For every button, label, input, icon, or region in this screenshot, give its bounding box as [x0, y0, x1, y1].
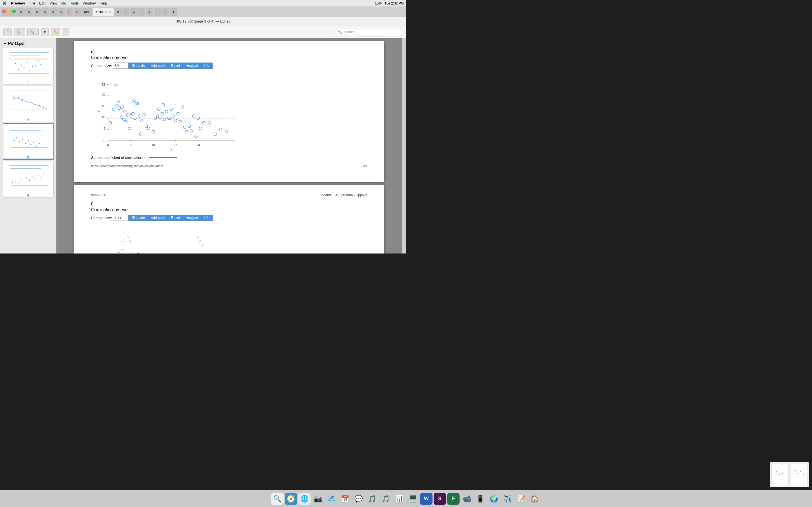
tab-t2[interactable]: T	[122, 8, 130, 16]
search-bar[interactable]: 🔍 Search	[335, 29, 403, 35]
tab-c7[interactable]: C	[130, 8, 138, 16]
tab-plus[interactable]: +	[170, 8, 177, 16]
scatter-plot-f: 0 5 10 15 20 y	[91, 225, 243, 253]
svg-point-8	[18, 69, 19, 70]
svg-point-105	[139, 133, 142, 135]
sidebar-page-1[interactable]: 1	[3, 48, 54, 84]
svg-point-85	[121, 106, 123, 108]
tab-c4[interactable]: C	[42, 8, 49, 16]
svg-point-190	[202, 245, 203, 246]
menu-go[interactable]: Go	[61, 1, 66, 5]
svg-text:0: 0	[107, 143, 109, 147]
svg-point-9	[23, 67, 24, 68]
svg-point-51	[40, 177, 41, 178]
window-controls	[2, 10, 16, 13]
simulate-btn-f[interactable]: Simulate	[129, 215, 148, 221]
tab-hw12[interactable]: ★ HW 12 ✕	[93, 8, 114, 16]
menubar-right: 15% Tue 2:32 PM	[375, 1, 404, 5]
add-point-btn-f[interactable]: Add point	[148, 215, 168, 221]
sidebar-filename[interactable]: ▼ HW 12.pdf	[1, 41, 55, 47]
menu-tools[interactable]: Tools	[70, 1, 79, 5]
sample-size-input-f[interactable]	[113, 215, 129, 221]
tab-c6[interactable]: C	[57, 8, 65, 16]
svg-point-31	[22, 138, 23, 140]
svg-point-102	[133, 99, 135, 102]
tab-s[interactable]: S	[146, 8, 153, 16]
active-page-indicator	[3, 159, 53, 159]
sidebar-page-2[interactable]: 2	[3, 86, 54, 122]
svg-point-115	[174, 119, 177, 122]
tab-c2[interactable]: C	[26, 8, 33, 16]
clock: Tue 2:32 PM	[385, 1, 404, 5]
add-point-btn-e[interactable]: Add point	[148, 62, 168, 69]
svg-point-32	[25, 143, 26, 144]
svg-text:20: 20	[102, 93, 105, 96]
svg-point-48	[32, 176, 33, 177]
page-num-2: 2	[3, 118, 53, 122]
svg-point-5	[26, 62, 28, 63]
svg-text:x: x	[170, 148, 172, 152]
tab-h[interactable]: H	[161, 8, 169, 16]
menu-file[interactable]: File	[29, 1, 35, 5]
tab-f[interactable]: F	[138, 8, 146, 16]
navigate-button[interactable]: ↑	[63, 28, 69, 36]
sample-size-label-f: Sample size:	[91, 216, 112, 220]
svg-point-99	[145, 125, 148, 128]
svg-point-131	[202, 121, 205, 124]
menu-window[interactable]: Window	[83, 1, 96, 5]
close-button[interactable]	[2, 10, 6, 13]
info-btn-f[interactable]: Info	[201, 215, 213, 221]
tab-c1[interactable]: C	[17, 8, 25, 16]
info-btn-e[interactable]: Info	[201, 62, 213, 69]
tab-u[interactable]: U	[114, 8, 122, 16]
svg-text:15: 15	[174, 143, 177, 147]
menu-edit[interactable]: Edit	[39, 1, 45, 5]
tab-close-icon[interactable]: ✕	[109, 10, 111, 13]
svg-point-81	[109, 121, 112, 124]
sidebar-page-3[interactable]: 3	[3, 123, 54, 160]
app-name[interactable]: Preview	[11, 1, 25, 5]
tab-p1[interactable]: P	[66, 8, 73, 16]
tab-c5[interactable]: C	[50, 8, 57, 16]
zoom-out-button[interactable]: 🔍−	[14, 28, 25, 36]
section-e-letter: e)	[91, 50, 367, 54]
apple-menu[interactable]: ⌘	[2, 1, 6, 6]
svg-point-134	[219, 128, 222, 131]
analyze-btn-e[interactable]: Analyze	[183, 62, 201, 69]
zoom-in-button[interactable]: 🔍+	[28, 28, 39, 36]
markup-button[interactable]: ✏️	[51, 28, 60, 36]
menu-help[interactable]: Help	[100, 1, 107, 5]
svg-text:25: 25	[102, 83, 105, 86]
svg-point-113	[170, 108, 172, 111]
tab-c3[interactable]: C	[34, 8, 41, 16]
reset-btn-e[interactable]: Reset	[168, 62, 183, 69]
svg-point-36	[36, 146, 37, 147]
svg-point-161	[129, 240, 131, 242]
svg-text:y: y	[96, 110, 100, 112]
sample-size-input-e[interactable]	[113, 62, 129, 69]
simulate-btn-e[interactable]: Simulate	[129, 62, 148, 69]
svg-point-83	[116, 105, 118, 107]
right-sidebar[interactable]	[402, 38, 406, 253]
chart-e: 0 5 10 15 20 25 0 5 10	[91, 73, 243, 152]
menu-view[interactable]: View	[50, 1, 57, 5]
svg-point-126	[199, 127, 202, 130]
sidebar-page-4[interactable]: 4	[3, 161, 54, 198]
svg-point-90	[122, 118, 125, 121]
svg-point-122	[190, 129, 193, 132]
analyze-btn-f[interactable]: Analyze	[183, 215, 201, 221]
svg-point-104	[128, 127, 131, 130]
tab-p3[interactable]: P	[154, 8, 161, 16]
maximize-button[interactable]	[12, 10, 16, 13]
minimize-button[interactable]	[7, 10, 11, 13]
controls-row-e: Sample size: Simulate Add point Reset An…	[91, 62, 367, 69]
share-button[interactable]: ⬆	[41, 28, 49, 36]
tab-new[interactable]: New	[82, 8, 92, 16]
tab-p2[interactable]: P	[73, 8, 81, 16]
svg-point-86	[123, 110, 126, 113]
reset-btn-f[interactable]: Reset	[168, 215, 183, 221]
sidebar-toggle[interactable]: ☰	[3, 28, 11, 36]
sample-coef-e: Sample coeficient of correlation ≈	[91, 156, 367, 160]
page-footer-e: https://xlitemprod.pearsoncmg.com/api/v1…	[91, 164, 367, 168]
svg-point-16	[13, 98, 15, 99]
